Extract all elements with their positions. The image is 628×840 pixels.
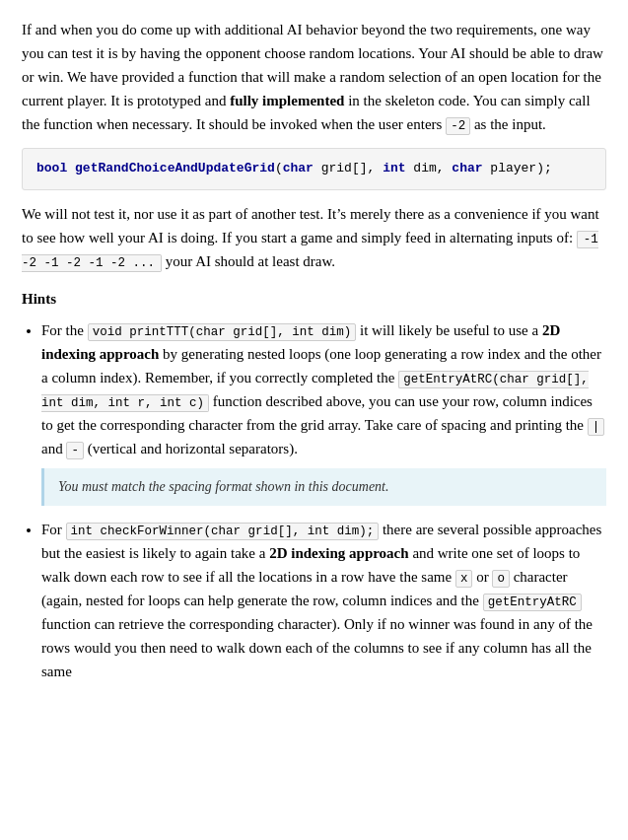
bullet1-pre: For the [41, 322, 84, 338]
fully-implemented-text: fully implemented [230, 93, 344, 108]
kw-bool: bool [36, 161, 67, 175]
bullet1-dash-code: - [66, 442, 84, 459]
bullet2-code: int checkForWinner(char grid[], int dim)… [66, 523, 380, 540]
intro-paragraph: If and when you do come up with addition… [22, 18, 606, 136]
bullet1-code: void printTTT(char grid[], int dim) [88, 323, 357, 341]
hint-item-1: For the void printTTT(char grid[], int d… [41, 318, 606, 506]
bullet2-or: or [476, 569, 492, 585]
hint-box-text: You must match the spacing format shown … [58, 479, 389, 494]
bullet1-end: (vertical and horizontal separators). [88, 441, 298, 456]
main-content: If and when you do come up with addition… [22, 18, 606, 683]
bullet2-bold: 2D indexing approach [269, 545, 408, 561]
neg2-code: -2 [446, 117, 470, 135]
fn-name: getRandChoiceAndUpdateGrid [75, 161, 275, 175]
para2: We will not test it, nor use it as part … [22, 202, 606, 273]
bullet1-mid: it will likely be useful to use a [360, 322, 542, 338]
hint-item-2: For int checkForWinner(char grid[], int … [41, 518, 606, 683]
function-signature-block: bool getRandChoiceAndUpdateGrid(char gri… [22, 148, 606, 190]
bullet1-pipe-code: | [588, 418, 605, 436]
bullet2-x-code: x [455, 570, 473, 588]
bullet2-getentry-code: getEntryAtRC [483, 594, 582, 611]
intro-end: as the input. [474, 116, 546, 132]
bullet1-and: and [41, 441, 66, 456]
hints-heading: Hints [22, 287, 606, 311]
hints-list: For the void printTTT(char grid[], int d… [41, 318, 606, 683]
bullet2-o-code: o [492, 570, 510, 588]
para2-end: your AI should at least draw. [166, 253, 335, 269]
bullet2-mid4: function can retrieve the corresponding … [41, 616, 593, 679]
hint-box: You must match the spacing format shown … [41, 468, 606, 506]
bullet2-pre: For [41, 522, 62, 537]
